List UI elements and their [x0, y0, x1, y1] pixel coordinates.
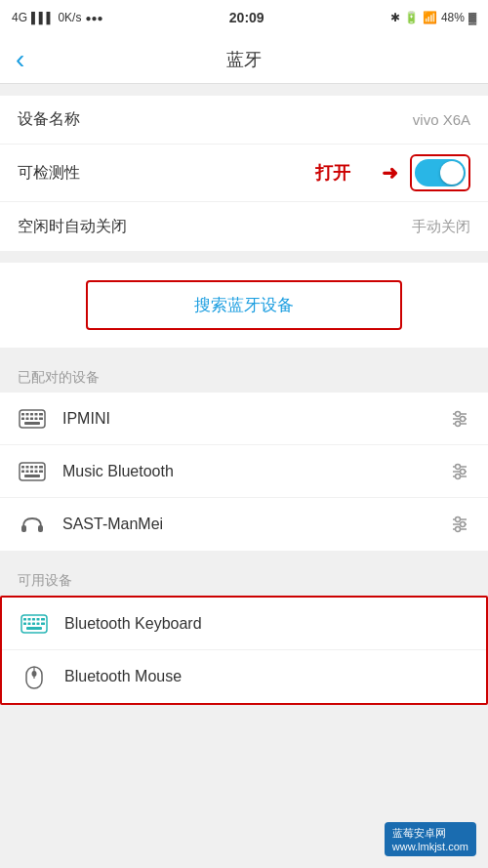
paired-device-list: IPMINI: [0, 393, 488, 551]
detectability-right: 打开 ➜: [315, 154, 470, 191]
battery-bar: ▓: [468, 12, 476, 23]
settings-icon-3[interactable]: [449, 514, 470, 535]
svg-rect-45: [23, 618, 26, 621]
search-button-container: 搜索蓝牙设备: [0, 263, 488, 348]
svg-rect-19: [21, 466, 24, 469]
available-device-name-keyboard: Bluetooth Keyboard: [64, 615, 468, 633]
svg-rect-37: [38, 525, 43, 532]
svg-rect-29: [24, 475, 40, 477]
nav-bar: ‹ 蓝牙: [0, 35, 488, 84]
page-title: 蓝牙: [226, 48, 262, 71]
svg-point-35: [456, 474, 461, 478]
toggle-knob: [440, 161, 464, 185]
svg-rect-47: [32, 618, 35, 621]
svg-rect-36: [21, 525, 26, 532]
svg-rect-3: [30, 413, 33, 416]
mouse-icon: [20, 665, 49, 688]
available-device-bluetooth-keyboard[interactable]: Bluetooth Keyboard: [2, 598, 486, 650]
battery-percent: 48%: [441, 11, 465, 24]
svg-rect-49: [41, 618, 45, 621]
detectability-row: 可检测性 打开 ➜: [0, 145, 488, 202]
watermark-line1: 蓝莓安卓网: [392, 826, 468, 841]
device-name-row: 设备名称 vivo X6A: [0, 96, 488, 145]
available-device-list: Bluetooth Keyboard Bluetooth Mouse: [0, 596, 488, 705]
wifi-icon: 📶: [423, 11, 437, 24]
detectability-toggle[interactable]: [415, 159, 466, 186]
auto-off-row: 空闲时自动关闭 手动关闭: [0, 202, 488, 251]
svg-point-16: [461, 416, 466, 421]
carrier-label: 4G: [12, 11, 27, 24]
svg-rect-55: [26, 627, 42, 630]
arrow-icon: ➜: [382, 161, 398, 185]
headphone-icon: [18, 513, 47, 536]
data-speed: 0K/s: [58, 11, 81, 24]
paired-section-header: 已配对的设备: [0, 359, 488, 393]
svg-rect-24: [21, 470, 24, 473]
paired-device-name-music-bluetooth: Music Bluetooth: [62, 463, 449, 480]
svg-rect-54: [41, 622, 45, 625]
settings-group-main: 设备名称 vivo X6A 可检测性 打开 ➜ 空闲时自动关闭 手动关闭: [0, 96, 488, 251]
svg-point-33: [456, 464, 461, 469]
signal-bars: ▌▌▌: [31, 12, 54, 23]
svg-point-17: [456, 421, 461, 426]
svg-rect-27: [35, 470, 38, 473]
svg-point-15: [456, 411, 461, 416]
svg-rect-48: [37, 618, 40, 621]
paired-device-sast-manmei[interactable]: SAST-ManMei: [0, 498, 488, 551]
svg-rect-22: [35, 466, 38, 469]
svg-rect-11: [24, 422, 40, 425]
svg-rect-6: [21, 417, 24, 420]
content-area: 设备名称 vivo X6A 可检测性 打开 ➜ 空闲时自动关闭 手动关闭 搜索蓝…: [0, 84, 488, 868]
paired-device-name-ipmini: IPMINI: [62, 410, 449, 428]
svg-rect-28: [39, 470, 43, 473]
svg-rect-51: [28, 622, 31, 625]
detectability-status: 打开: [315, 161, 350, 185]
detectability-label: 可检测性: [18, 163, 80, 184]
svg-rect-50: [23, 622, 26, 625]
svg-rect-53: [37, 622, 40, 625]
svg-rect-2: [26, 413, 29, 416]
search-bluetooth-button[interactable]: 搜索蓝牙设备: [86, 280, 403, 330]
watermark: 蓝莓安卓网 www.lmkjst.com: [385, 822, 476, 856]
device-name-label: 设备名称: [18, 109, 80, 130]
back-button[interactable]: ‹: [16, 44, 24, 75]
svg-rect-20: [26, 466, 29, 469]
svg-rect-25: [26, 470, 29, 473]
svg-rect-46: [28, 618, 31, 621]
paired-device-ipmini[interactable]: IPMINI: [0, 393, 488, 445]
battery-icon: 🔋: [404, 11, 419, 24]
keyboard-icon-2: [18, 460, 47, 483]
status-left: 4G ▌▌▌ 0K/s ●●●: [12, 11, 103, 24]
svg-rect-5: [39, 413, 43, 416]
settings-icon-1[interactable]: [449, 408, 470, 430]
auto-off-value: 手动关闭: [412, 218, 470, 236]
auto-off-label: 空闲时自动关闭: [18, 217, 127, 237]
settings-icon-2[interactable]: [449, 461, 470, 482]
available-device-bluetooth-mouse[interactable]: Bluetooth Mouse: [2, 650, 486, 703]
device-name-value: vivo X6A: [413, 111, 470, 128]
svg-rect-21: [30, 466, 33, 469]
svg-point-58: [32, 671, 37, 677]
watermark-url: www.lmkjst.com: [392, 841, 468, 852]
svg-point-42: [461, 522, 466, 527]
svg-rect-26: [30, 470, 33, 473]
bluetooth-icon: ✱: [390, 11, 400, 24]
svg-rect-4: [35, 413, 38, 416]
svg-point-34: [461, 469, 466, 474]
paired-device-name-sast-manmei: SAST-ManMei: [62, 516, 449, 533]
svg-rect-1: [21, 413, 24, 416]
keyboard-icon-3: [20, 612, 49, 636]
keyboard-icon-1: [18, 407, 47, 431]
status-bar: 4G ▌▌▌ 0K/s ●●● 20:09 ✱ 🔋 📶 48% ▓: [0, 0, 488, 35]
svg-rect-8: [30, 417, 33, 420]
svg-point-43: [456, 527, 461, 532]
available-device-name-mouse: Bluetooth Mouse: [64, 668, 468, 685]
svg-rect-9: [35, 417, 38, 420]
available-section-header: 可用设备: [0, 562, 488, 596]
paired-device-music-bluetooth[interactable]: Music Bluetooth: [0, 445, 488, 498]
svg-rect-52: [32, 622, 35, 625]
toggle-container: [410, 154, 470, 191]
svg-rect-23: [39, 466, 43, 469]
status-time: 20:09: [229, 10, 264, 25]
svg-rect-7: [26, 417, 29, 420]
